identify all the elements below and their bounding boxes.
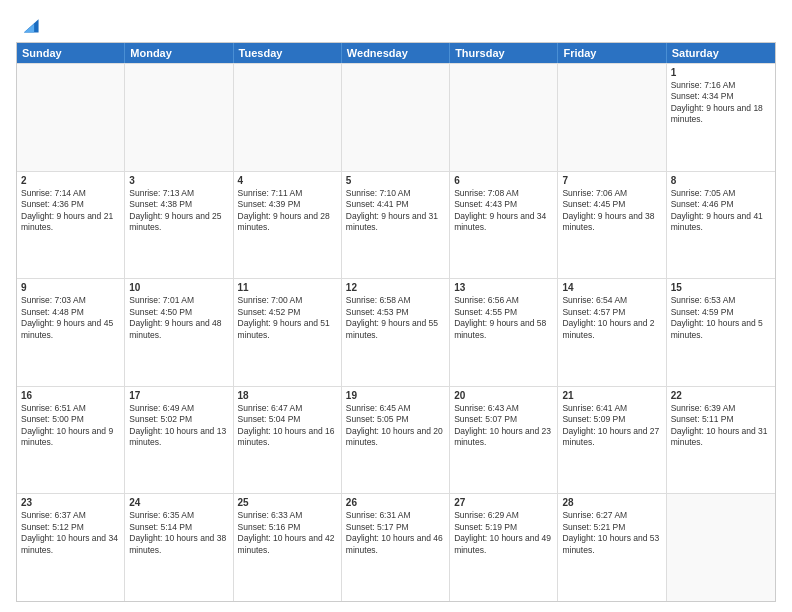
day-number: 18 [238, 390, 337, 401]
cell-info: Sunrise: 6:41 AM Sunset: 5:09 PM Dayligh… [562, 403, 661, 449]
calendar-cell [558, 64, 666, 171]
calendar-cell: 13Sunrise: 6:56 AM Sunset: 4:55 PM Dayli… [450, 279, 558, 386]
logo-icon [18, 12, 40, 34]
calendar-cell [234, 64, 342, 171]
calendar-cell [667, 494, 775, 601]
cell-info: Sunrise: 7:00 AM Sunset: 4:52 PM Dayligh… [238, 295, 337, 341]
day-number: 14 [562, 282, 661, 293]
cell-info: Sunrise: 6:35 AM Sunset: 5:14 PM Dayligh… [129, 510, 228, 556]
header [16, 16, 776, 34]
calendar-cell: 18Sunrise: 6:47 AM Sunset: 5:04 PM Dayli… [234, 387, 342, 494]
calendar-cell: 14Sunrise: 6:54 AM Sunset: 4:57 PM Dayli… [558, 279, 666, 386]
calendar-cell: 12Sunrise: 6:58 AM Sunset: 4:53 PM Dayli… [342, 279, 450, 386]
day-number: 17 [129, 390, 228, 401]
cell-info: Sunrise: 6:54 AM Sunset: 4:57 PM Dayligh… [562, 295, 661, 341]
day-number: 26 [346, 497, 445, 508]
day-number: 15 [671, 282, 771, 293]
day-number: 5 [346, 175, 445, 186]
header-day-sunday: Sunday [17, 43, 125, 63]
calendar-cell: 6Sunrise: 7:08 AM Sunset: 4:43 PM Daylig… [450, 172, 558, 279]
header-day-monday: Monday [125, 43, 233, 63]
calendar-cell: 8Sunrise: 7:05 AM Sunset: 4:46 PM Daylig… [667, 172, 775, 279]
day-number: 4 [238, 175, 337, 186]
calendar-row-1: 2Sunrise: 7:14 AM Sunset: 4:36 PM Daylig… [17, 171, 775, 279]
cell-info: Sunrise: 7:14 AM Sunset: 4:36 PM Dayligh… [21, 188, 120, 234]
day-number: 25 [238, 497, 337, 508]
calendar-cell: 11Sunrise: 7:00 AM Sunset: 4:52 PM Dayli… [234, 279, 342, 386]
calendar-cell: 20Sunrise: 6:43 AM Sunset: 5:07 PM Dayli… [450, 387, 558, 494]
cell-info: Sunrise: 7:05 AM Sunset: 4:46 PM Dayligh… [671, 188, 771, 234]
calendar-cell: 16Sunrise: 6:51 AM Sunset: 5:00 PM Dayli… [17, 387, 125, 494]
calendar: SundayMondayTuesdayWednesdayThursdayFrid… [16, 42, 776, 602]
day-number: 20 [454, 390, 553, 401]
day-number: 8 [671, 175, 771, 186]
calendar-cell: 19Sunrise: 6:45 AM Sunset: 5:05 PM Dayli… [342, 387, 450, 494]
cell-info: Sunrise: 6:31 AM Sunset: 5:17 PM Dayligh… [346, 510, 445, 556]
cell-info: Sunrise: 7:06 AM Sunset: 4:45 PM Dayligh… [562, 188, 661, 234]
day-number: 19 [346, 390, 445, 401]
day-number: 27 [454, 497, 553, 508]
calendar-cell: 24Sunrise: 6:35 AM Sunset: 5:14 PM Dayli… [125, 494, 233, 601]
calendar-row-0: 1Sunrise: 7:16 AM Sunset: 4:34 PM Daylig… [17, 63, 775, 171]
calendar-cell [342, 64, 450, 171]
day-number: 28 [562, 497, 661, 508]
day-number: 9 [21, 282, 120, 293]
logo [16, 16, 40, 34]
cell-info: Sunrise: 7:10 AM Sunset: 4:41 PM Dayligh… [346, 188, 445, 234]
calendar-row-4: 23Sunrise: 6:37 AM Sunset: 5:12 PM Dayli… [17, 493, 775, 601]
calendar-cell: 23Sunrise: 6:37 AM Sunset: 5:12 PM Dayli… [17, 494, 125, 601]
header-day-thursday: Thursday [450, 43, 558, 63]
calendar-cell [17, 64, 125, 171]
calendar-cell: 3Sunrise: 7:13 AM Sunset: 4:38 PM Daylig… [125, 172, 233, 279]
day-number: 2 [21, 175, 120, 186]
cell-info: Sunrise: 6:58 AM Sunset: 4:53 PM Dayligh… [346, 295, 445, 341]
calendar-cell: 1Sunrise: 7:16 AM Sunset: 4:34 PM Daylig… [667, 64, 775, 171]
cell-info: Sunrise: 6:47 AM Sunset: 5:04 PM Dayligh… [238, 403, 337, 449]
calendar-cell: 4Sunrise: 7:11 AM Sunset: 4:39 PM Daylig… [234, 172, 342, 279]
calendar-cell: 2Sunrise: 7:14 AM Sunset: 4:36 PM Daylig… [17, 172, 125, 279]
calendar-cell: 7Sunrise: 7:06 AM Sunset: 4:45 PM Daylig… [558, 172, 666, 279]
calendar-cell: 10Sunrise: 7:01 AM Sunset: 4:50 PM Dayli… [125, 279, 233, 386]
header-day-saturday: Saturday [667, 43, 775, 63]
calendar-cell: 9Sunrise: 7:03 AM Sunset: 4:48 PM Daylig… [17, 279, 125, 386]
page: SundayMondayTuesdayWednesdayThursdayFrid… [0, 0, 792, 612]
cell-info: Sunrise: 6:27 AM Sunset: 5:21 PM Dayligh… [562, 510, 661, 556]
day-number: 7 [562, 175, 661, 186]
header-day-wednesday: Wednesday [342, 43, 450, 63]
cell-info: Sunrise: 6:45 AM Sunset: 5:05 PM Dayligh… [346, 403, 445, 449]
cell-info: Sunrise: 7:03 AM Sunset: 4:48 PM Dayligh… [21, 295, 120, 341]
calendar-header: SundayMondayTuesdayWednesdayThursdayFrid… [17, 43, 775, 63]
header-day-friday: Friday [558, 43, 666, 63]
cell-info: Sunrise: 7:16 AM Sunset: 4:34 PM Dayligh… [671, 80, 771, 126]
cell-info: Sunrise: 6:51 AM Sunset: 5:00 PM Dayligh… [21, 403, 120, 449]
cell-info: Sunrise: 6:53 AM Sunset: 4:59 PM Dayligh… [671, 295, 771, 341]
day-number: 6 [454, 175, 553, 186]
calendar-cell [450, 64, 558, 171]
day-number: 12 [346, 282, 445, 293]
calendar-cell [125, 64, 233, 171]
day-number: 21 [562, 390, 661, 401]
day-number: 13 [454, 282, 553, 293]
calendar-cell: 28Sunrise: 6:27 AM Sunset: 5:21 PM Dayli… [558, 494, 666, 601]
day-number: 1 [671, 67, 771, 78]
calendar-body: 1Sunrise: 7:16 AM Sunset: 4:34 PM Daylig… [17, 63, 775, 601]
calendar-cell: 22Sunrise: 6:39 AM Sunset: 5:11 PM Dayli… [667, 387, 775, 494]
calendar-cell: 21Sunrise: 6:41 AM Sunset: 5:09 PM Dayli… [558, 387, 666, 494]
day-number: 3 [129, 175, 228, 186]
cell-info: Sunrise: 7:13 AM Sunset: 4:38 PM Dayligh… [129, 188, 228, 234]
cell-info: Sunrise: 6:43 AM Sunset: 5:07 PM Dayligh… [454, 403, 553, 449]
cell-info: Sunrise: 7:11 AM Sunset: 4:39 PM Dayligh… [238, 188, 337, 234]
header-day-tuesday: Tuesday [234, 43, 342, 63]
calendar-cell: 27Sunrise: 6:29 AM Sunset: 5:19 PM Dayli… [450, 494, 558, 601]
cell-info: Sunrise: 6:39 AM Sunset: 5:11 PM Dayligh… [671, 403, 771, 449]
day-number: 10 [129, 282, 228, 293]
calendar-cell: 5Sunrise: 7:10 AM Sunset: 4:41 PM Daylig… [342, 172, 450, 279]
cell-info: Sunrise: 6:49 AM Sunset: 5:02 PM Dayligh… [129, 403, 228, 449]
cell-info: Sunrise: 7:08 AM Sunset: 4:43 PM Dayligh… [454, 188, 553, 234]
calendar-row-2: 9Sunrise: 7:03 AM Sunset: 4:48 PM Daylig… [17, 278, 775, 386]
cell-info: Sunrise: 6:33 AM Sunset: 5:16 PM Dayligh… [238, 510, 337, 556]
calendar-row-3: 16Sunrise: 6:51 AM Sunset: 5:00 PM Dayli… [17, 386, 775, 494]
cell-info: Sunrise: 7:01 AM Sunset: 4:50 PM Dayligh… [129, 295, 228, 341]
day-number: 16 [21, 390, 120, 401]
calendar-cell: 15Sunrise: 6:53 AM Sunset: 4:59 PM Dayli… [667, 279, 775, 386]
